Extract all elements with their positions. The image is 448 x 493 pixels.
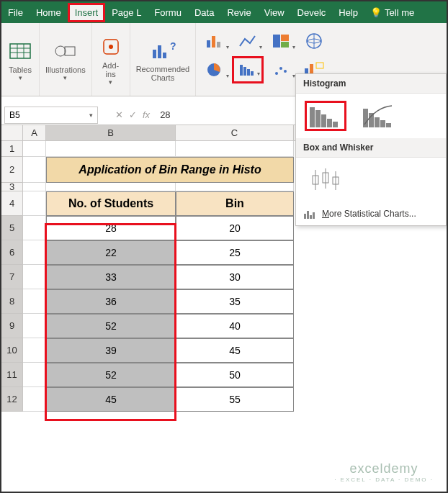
data-cell[interactable]: 40 (176, 314, 294, 338)
col-header-a[interactable]: A (23, 125, 46, 140)
group-illustrations[interactable]: Illustrations ▾ (40, 23, 92, 96)
svg-text:?: ? (170, 40, 176, 52)
svg-rect-14 (212, 36, 215, 48)
tell-me-label: Tell me (385, 7, 414, 18)
cell[interactable] (176, 183, 294, 191)
illustrations-icon (53, 38, 79, 64)
tab-home[interactable]: Home (30, 3, 68, 22)
data-cell[interactable]: 39 (46, 338, 176, 363)
col-header-c[interactable]: C (176, 125, 294, 140)
pie-chart-button[interactable]: ▾ (199, 56, 230, 83)
row-header[interactable]: 12 (1, 387, 23, 412)
addins-label: Add-ins (102, 61, 119, 78)
data-cell[interactable]: 22 (46, 240, 176, 265)
statistic-chart-button[interactable]: ▾ (232, 56, 264, 83)
tab-help[interactable]: Help (332, 3, 364, 22)
row-header[interactable]: 7 (1, 265, 23, 289)
data-cell[interactable]: 25 (176, 240, 294, 265)
data-cell[interactable]: 45 (46, 387, 176, 412)
header-students[interactable]: No. of Students (46, 191, 176, 216)
cell[interactable] (23, 157, 46, 183)
cell[interactable] (46, 183, 176, 191)
enter-icon[interactable]: ✓ (129, 109, 137, 120)
cancel-icon[interactable]: ✕ (115, 109, 123, 120)
line-chart-button[interactable]: ▾ (232, 27, 264, 55)
treemap-chart-button[interactable]: ▾ (265, 27, 297, 55)
row-header[interactable]: 5 (1, 216, 23, 240)
svg-rect-36 (363, 109, 368, 127)
row-header[interactable]: 3 (1, 183, 23, 191)
data-cell[interactable]: 52 (46, 363, 176, 387)
pareto-option[interactable] (358, 101, 400, 131)
data-cell[interactable]: 33 (46, 265, 176, 289)
col-header-b[interactable]: B (46, 125, 176, 140)
histogram-option[interactable] (305, 101, 346, 131)
row-header[interactable]: 8 (1, 289, 23, 314)
scatter-chart-button[interactable]: ▾ (265, 56, 297, 83)
svg-rect-23 (247, 69, 250, 76)
fx-icon[interactable]: fx (143, 109, 150, 120)
tab-insert[interactable]: Insert (68, 3, 106, 22)
cell[interactable] (23, 265, 46, 289)
tab-developer[interactable]: Develc (291, 3, 333, 22)
more-statistical-charts[interactable]: More Statistical Charts... (296, 202, 446, 225)
data-cell[interactable]: 45 (176, 338, 294, 363)
tab-page-layout[interactable]: Page L (105, 3, 148, 22)
row-header[interactable]: 2 (1, 157, 23, 183)
svg-rect-30 (316, 63, 323, 68)
row-header[interactable]: 4 (1, 191, 23, 216)
svg-rect-50 (313, 212, 315, 219)
tab-data[interactable]: Data (188, 3, 220, 22)
watermark-tag: · EXCEL · DATA · DEMO · (334, 476, 434, 483)
cell[interactable] (23, 191, 46, 216)
maps-button[interactable] (298, 27, 330, 55)
data-cell[interactable]: 36 (46, 289, 176, 314)
data-cell[interactable]: 30 (176, 265, 294, 289)
svg-rect-15 (217, 42, 220, 48)
svg-rect-49 (310, 215, 312, 219)
cell[interactable] (23, 240, 46, 265)
group-tables[interactable]: Tables ▾ (1, 23, 40, 96)
row-header[interactable]: 10 (1, 338, 23, 363)
tab-review[interactable]: Revie (220, 3, 257, 22)
cell[interactable] (23, 289, 46, 314)
header-bin[interactable]: Bin (176, 191, 294, 216)
svg-rect-0 (10, 44, 30, 58)
tell-me[interactable]: 💡 Tell me (370, 7, 414, 18)
name-box[interactable]: B5 ▾ (4, 107, 98, 124)
boxwhisker-option[interactable] (305, 165, 346, 195)
data-cell[interactable]: 52 (46, 314, 176, 338)
cell[interactable] (23, 314, 46, 338)
formula-value[interactable]: 28 (160, 109, 170, 120)
cell[interactable] (23, 216, 46, 240)
column-chart-button[interactable]: ▾ (199, 27, 230, 55)
chart-dropdown: Histogram Box and Whisker More Statistic… (295, 73, 447, 226)
data-cell[interactable]: 35 (176, 289, 294, 314)
cell[interactable] (23, 363, 46, 387)
row-header[interactable]: 1 (1, 141, 23, 157)
row-header[interactable]: 11 (1, 363, 23, 387)
chevron-down-icon: ▾ (63, 74, 67, 81)
data-cell[interactable]: 28 (46, 216, 176, 240)
tab-view[interactable]: View (258, 3, 291, 22)
group-recommended-charts[interactable]: ? RecommendedCharts (130, 23, 197, 96)
select-all-corner[interactable] (1, 125, 23, 140)
title-cell[interactable]: Application of Bin Range in Histo (46, 157, 294, 183)
cell[interactable] (176, 141, 294, 157)
cell[interactable] (23, 387, 46, 412)
cell[interactable] (46, 141, 176, 157)
data-cell[interactable]: 55 (176, 387, 294, 412)
tab-formulas[interactable]: Formu (148, 3, 188, 22)
lightbulb-icon: 💡 (370, 7, 382, 18)
row-header[interactable]: 6 (1, 240, 23, 265)
watermark: exceldemy · EXCEL · DATA · DEMO · (334, 461, 434, 483)
tab-file[interactable]: File (1, 3, 30, 22)
cell[interactable] (23, 338, 46, 363)
data-cell[interactable]: 20 (176, 216, 294, 240)
row-header[interactable]: 9 (1, 314, 23, 338)
illustrations-label: Illustrations (45, 65, 86, 74)
cell[interactable] (23, 183, 46, 191)
group-addins[interactable]: Add-ins ▾ (92, 23, 130, 96)
cell[interactable] (23, 141, 46, 157)
data-cell[interactable]: 50 (176, 363, 294, 387)
